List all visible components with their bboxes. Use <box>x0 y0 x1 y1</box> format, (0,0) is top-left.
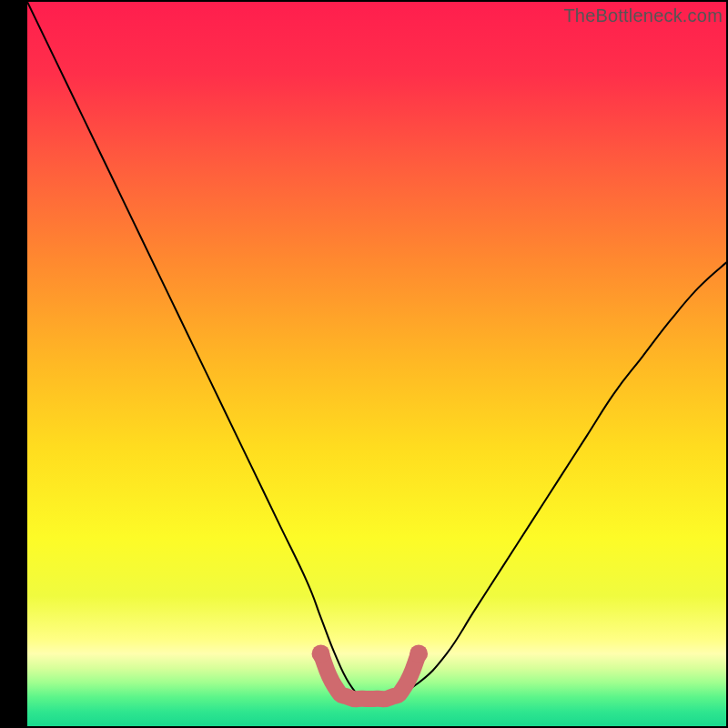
watermark-text: TheBottleneck.com <box>563 5 723 26</box>
chart-stage: TheBottleneck.com <box>0 0 728 728</box>
optimal-range-endpoint <box>410 644 428 662</box>
chart-svg <box>27 2 726 726</box>
plot-area <box>27 2 726 726</box>
gradient-background <box>27 2 726 726</box>
optimal-range-endpoint <box>312 644 330 662</box>
